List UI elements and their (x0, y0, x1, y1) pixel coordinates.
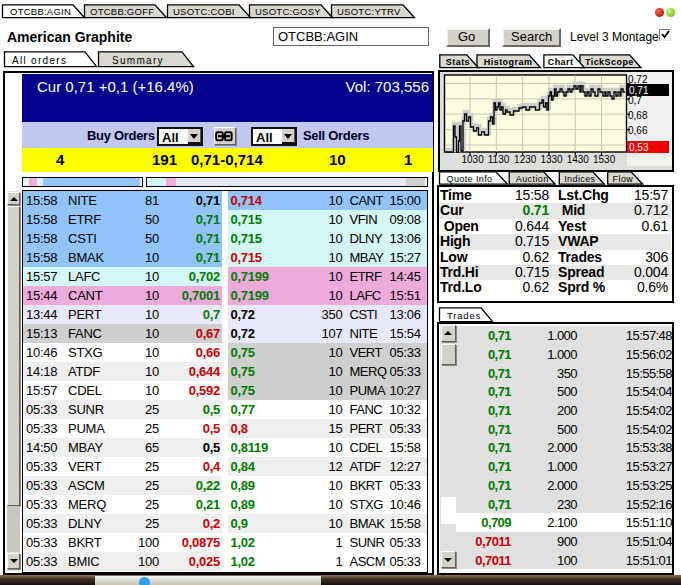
svg-text:OTCBB:GOFF: OTCBB:GOFF (90, 6, 154, 17)
svg-text:Quote Info: Quote Info (447, 174, 493, 184)
svg-text:Histogram: Histogram (484, 57, 533, 67)
svg-text:USOTC:YTRV: USOTC:YTRV (337, 6, 401, 17)
svg-text:Trades: Trades (447, 310, 481, 321)
svg-text:USOTC:GOSY: USOTC:GOSY (255, 6, 321, 17)
svg-text:Auction: Auction (516, 174, 549, 184)
svg-text:Flow: Flow (613, 174, 634, 184)
svg-text:USOTC:COBI: USOTC:COBI (173, 6, 235, 17)
svg-text:All orders: All orders (12, 55, 67, 66)
svg-text:Indices: Indices (564, 174, 595, 184)
svg-text:OTCBB:AGIN: OTCBB:AGIN (10, 6, 71, 17)
svg-text:Chart: Chart (548, 57, 574, 67)
svg-text:Summary: Summary (112, 55, 164, 66)
svg-text:TickScope: TickScope (585, 57, 634, 67)
svg-text:Stats: Stats (446, 57, 470, 67)
